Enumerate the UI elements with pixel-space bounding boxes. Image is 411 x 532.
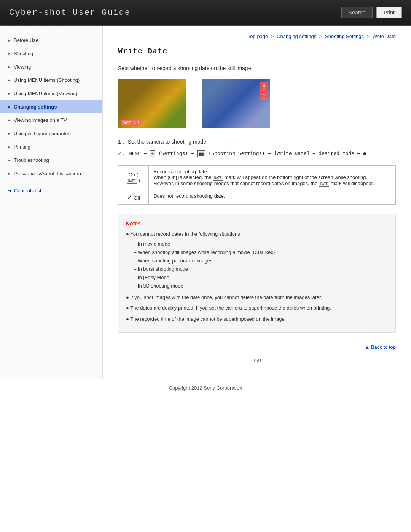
sidebar-item-label: Precautions/About this camera bbox=[14, 171, 81, 176]
sub-item-dual-rec: When shooting still images while recordi… bbox=[134, 248, 388, 257]
step-1-text: Set the camera to shooting mode. bbox=[128, 139, 208, 145]
search-button[interactable]: Search bbox=[341, 7, 373, 18]
main-content: Top page > Changing settings > Shooting … bbox=[103, 26, 411, 379]
settings-table: On ( DATE ) Records a shooting date. Whe… bbox=[118, 165, 396, 205]
cat-demo-image: 2012 1 1 bbox=[118, 79, 186, 128]
notes-section: Notes You cannot record dates in the fol… bbox=[118, 214, 396, 333]
sidebar-item-label: Shooting bbox=[14, 51, 33, 56]
date-overlay-city: 2012 1 1 bbox=[260, 82, 268, 100]
demo-images: 2012 1 1 2012 1 1 bbox=[118, 79, 396, 128]
sidebar-item-label: Printing bbox=[14, 144, 30, 150]
breadcrumb-write-date[interactable]: Write Date bbox=[373, 34, 396, 39]
city-demo-image: 2012 1 1 bbox=[202, 79, 270, 128]
header-actions: Search Print bbox=[341, 7, 402, 18]
notes-intro-text: You cannot record dates in the following… bbox=[130, 231, 241, 237]
page-header: Cyber-shot User Guide Search Print bbox=[0, 0, 411, 26]
sidebar-item-label: Viewing images on a TV bbox=[14, 117, 67, 123]
page-title: Write Date bbox=[118, 47, 396, 59]
back-to-top-link[interactable]: ▲ Back to top bbox=[118, 344, 396, 350]
page-layout: ▶ Before Use ▶ Shooting ▶ Viewing ▶ Usin… bbox=[0, 26, 411, 379]
table-row-on: On ( DATE ) Records a shooting date. Whe… bbox=[118, 166, 396, 190]
breadcrumb-sep3: > bbox=[367, 34, 370, 39]
inline-date-icon: DATE bbox=[213, 176, 223, 181]
print-button[interactable]: Print bbox=[376, 7, 402, 18]
notes-item-dates: You cannot record dates in the following… bbox=[126, 230, 388, 290]
arrow-icon: ▶ bbox=[8, 51, 11, 56]
sidebar-item-label: Changing settings bbox=[14, 104, 57, 110]
sidebar-item-label: Using MENU items (Shooting) bbox=[14, 77, 80, 83]
table-cell-off-label: ✓ Off bbox=[118, 190, 149, 205]
page-number: 169 bbox=[118, 358, 396, 363]
step-1-number: 1． bbox=[118, 139, 126, 145]
table-cell-off-desc: Does not record a shooting date. bbox=[149, 190, 396, 205]
breadcrumb-sep1: > bbox=[271, 34, 274, 39]
arrow-icon: ▶ bbox=[8, 65, 11, 69]
sidebar-item-using-computer[interactable]: ▶ Using with your computer bbox=[0, 127, 102, 140]
breadcrumb-sep2: > bbox=[319, 34, 322, 39]
inline-date-icon2: DATE bbox=[319, 182, 329, 187]
steps-section: 1． Set the camera to shooting mode. 2． M… bbox=[118, 137, 396, 158]
sidebar-item-troubleshooting[interactable]: ▶ Troubleshooting bbox=[0, 153, 102, 167]
sidebar-item-label: Troubleshooting bbox=[14, 157, 49, 163]
sidebar-item-label: Using with your computer bbox=[14, 131, 70, 136]
arrow-icon: ▶ bbox=[8, 145, 11, 149]
sidebar-item-printing[interactable]: ▶ Printing bbox=[0, 140, 102, 153]
table-cell-on-desc: Records a shooting date. When [On] is se… bbox=[149, 166, 396, 190]
sidebar-item-viewing-tv[interactable]: ▶ Viewing images on a TV bbox=[0, 113, 102, 127]
notes-list: You cannot record dates in the following… bbox=[126, 230, 388, 323]
page-description: Sets whether to record a shooting date o… bbox=[118, 65, 396, 71]
notes-item-double-print: The dates are doubly printed, if you set… bbox=[126, 304, 388, 312]
arrow-icon: ▶ bbox=[8, 118, 11, 122]
sub-item-burst: In burst shooting mode bbox=[134, 265, 388, 273]
sidebar-item-menu-viewing[interactable]: ▶ Using MENU items (Viewing) bbox=[0, 87, 102, 100]
checkmark-icon: ✓ bbox=[127, 193, 132, 201]
table-row-off: ✓ Off Does not record a shooting date. bbox=[118, 190, 396, 205]
sub-item-easy-mode: In [Easy Mode] bbox=[134, 273, 388, 282]
sidebar-item-label: Viewing bbox=[14, 64, 31, 70]
sidebar-item-precautions[interactable]: ▶ Precautions/About this camera bbox=[0, 167, 102, 180]
page-footer: Copyright 2012 Sony Corporation bbox=[0, 379, 411, 397]
sidebar-item-shooting[interactable]: ▶ Shooting bbox=[0, 47, 102, 60]
step-2: 2． MENU → ⚙ (Settings) → 📷 (Shooting Set… bbox=[118, 150, 396, 158]
copyright-text: Copyright 2012 Sony Corporation bbox=[169, 385, 242, 391]
date-overlay-cat: 2012 1 1 bbox=[121, 120, 141, 126]
sidebar: ▶ Before Use ▶ Shooting ▶ Viewing ▶ Usin… bbox=[0, 26, 103, 379]
sub-item-panoramic: When shooting panoramic images bbox=[134, 257, 388, 265]
arrow-icon: ▶ bbox=[8, 131, 11, 136]
breadcrumb-changing[interactable]: Changing settings bbox=[277, 34, 316, 39]
sidebar-item-before-use[interactable]: ▶ Before Use bbox=[0, 34, 102, 47]
table-cell-on-label: On ( DATE ) bbox=[118, 166, 149, 190]
notes-title: Notes bbox=[126, 220, 388, 227]
sidebar-item-viewing[interactable]: ▶ Viewing bbox=[0, 60, 102, 73]
breadcrumb: Top page > Changing settings > Shooting … bbox=[118, 34, 396, 39]
arrow-icon: ▶ bbox=[8, 91, 11, 96]
arrow-icon: ▶ bbox=[8, 171, 11, 176]
notes-item-recorded-time: The recorded time of the image cannot be… bbox=[126, 315, 388, 323]
sub-list: In movie mode When shooting still images… bbox=[126, 240, 388, 291]
step-1: 1． Set the camera to shooting mode. bbox=[118, 137, 396, 146]
sub-item-3d: In 3D shooting mode bbox=[134, 282, 388, 290]
sub-item-movie: In movie mode bbox=[134, 240, 388, 248]
arrow-icon: ▶ bbox=[8, 38, 11, 42]
sidebar-item-changing-settings[interactable]: ▶ Changing settings bbox=[0, 100, 102, 113]
sidebar-item-label: Before Use bbox=[14, 37, 38, 43]
arrow-icon: ▶ bbox=[8, 105, 11, 109]
sidebar-item-label: Using MENU items (Viewing) bbox=[14, 91, 77, 96]
date-icon: DATE bbox=[127, 179, 137, 184]
contents-arrow-icon: ➔ bbox=[8, 188, 12, 193]
arrow-icon: ▶ bbox=[8, 78, 11, 82]
notes-item-delete: If you shot images with the date once, y… bbox=[126, 294, 388, 302]
step-2-text: MENU → ⚙ (Settings) → 📷 (Shooting Settin… bbox=[129, 150, 366, 156]
step-2-number: 2． bbox=[118, 150, 126, 156]
sidebar-item-menu-shooting[interactable]: ▶ Using MENU items (Shooting) bbox=[0, 73, 102, 87]
app-title: Cyber-shot User Guide bbox=[9, 8, 131, 18]
contents-link-label: Contents list bbox=[14, 188, 41, 193]
arrow-icon: ▶ bbox=[8, 158, 11, 162]
contents-list-link[interactable]: ➔ Contents list bbox=[0, 183, 102, 198]
breadcrumb-top[interactable]: Top page bbox=[248, 34, 268, 39]
breadcrumb-shooting-settings[interactable]: Shooting Settings bbox=[325, 34, 364, 39]
